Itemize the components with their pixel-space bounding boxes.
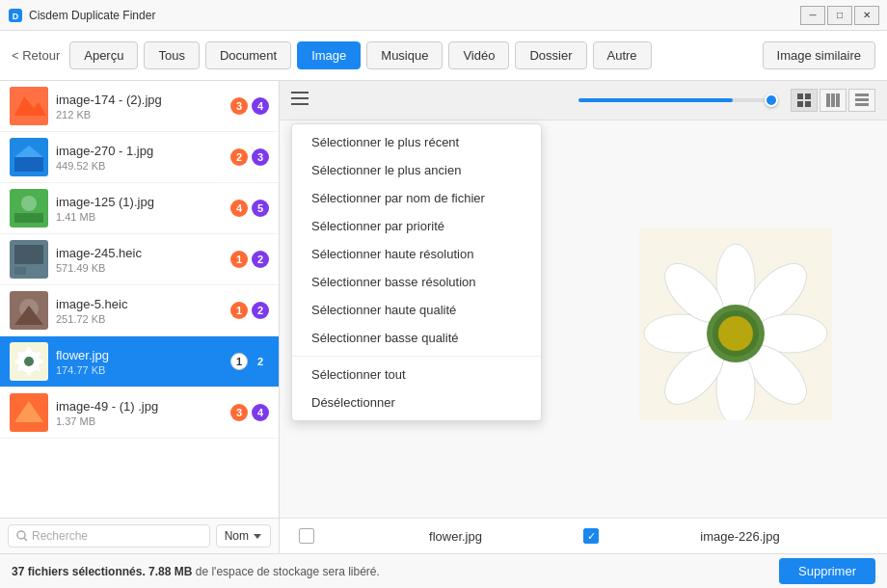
list-item[interactable]: image-245.heic 571.49 KB 1 2 [0, 234, 279, 285]
close-button[interactable]: ✕ [854, 6, 879, 25]
dropdown-menu: Sélectionner le plus récent Sélectionner… [291, 123, 542, 421]
file-info: image-270 - 1.jpg 449.52 KB [56, 144, 223, 172]
dropdown-item-ancien[interactable]: Sélectionner le plus ancien [292, 156, 541, 184]
right-checkbox[interactable] [583, 528, 599, 544]
file-info: image-174 - (2).jpg 212 KB [56, 93, 223, 120]
file-name: image-270 - 1.jpg [56, 144, 223, 158]
dropdown-item-deselect[interactable]: Désélectionner [292, 388, 541, 416]
zoom-slider[interactable] [578, 98, 771, 102]
file-size: 1.37 MB [56, 415, 223, 427]
list-view-button[interactable] [848, 89, 875, 112]
menu-divider [292, 356, 541, 357]
dropdown-item-haute-qualite[interactable]: Sélectionner haute qualité [292, 296, 541, 324]
file-name: image-49 - (1) .jpg [56, 399, 223, 414]
svg-rect-35 [797, 94, 803, 99]
apercu-button[interactable]: Aperçu [69, 41, 138, 69]
image-preview-right [583, 130, 887, 518]
svg-point-67 [718, 316, 753, 351]
svg-rect-11 [14, 245, 43, 264]
svg-point-18 [24, 357, 34, 366]
file-badges: 4 5 [230, 200, 269, 217]
dropdown-item-select-all[interactable]: Sélectionner tout [292, 361, 541, 388]
search-icon [16, 530, 28, 542]
badge-1: 1 [230, 251, 248, 268]
thumbnail [10, 291, 48, 330]
badge-1: 3 [230, 404, 248, 421]
badge-2: 2 [252, 302, 269, 319]
tab-dossier[interactable]: Dossier [515, 41, 586, 69]
dropdown-item-recent[interactable]: Sélectionner le plus récent [292, 128, 541, 156]
status-bar: 37 fichiers sélectionnés. 7.88 MB de l'e… [0, 553, 887, 588]
minimize-button[interactable]: ─ [800, 6, 825, 25]
thumbnail [10, 189, 48, 227]
list-item[interactable]: image-270 - 1.jpg 449.52 KB 2 3 [0, 132, 279, 183]
badge-2: 5 [252, 200, 269, 217]
badge-2: 4 [252, 97, 269, 115]
sort-label: Nom [225, 529, 249, 543]
svg-rect-12 [14, 267, 26, 275]
file-badges: 1 2 [230, 302, 269, 319]
dropdown-item-priorite[interactable]: Sélectionner par priorité [292, 212, 541, 240]
thumbnail [10, 342, 48, 381]
file-badges: 3 4 [230, 97, 269, 115]
svg-point-19 [26, 347, 32, 357]
search-bar: Recherche Nom [0, 518, 279, 553]
badge-2: 4 [252, 404, 269, 421]
file-badges: 2 3 [230, 148, 269, 166]
file-info: image-125 (1).jpg 1.41 MB [56, 195, 223, 223]
grid-view-button[interactable] [791, 89, 818, 112]
dropdown-item-basse-res[interactable]: Sélectionner basse résolution [292, 268, 541, 296]
app-icon: D [8, 8, 23, 23]
badge-1: 1 [230, 353, 248, 370]
svg-rect-36 [805, 94, 811, 99]
right-filename: image-226.jpg [612, 529, 868, 544]
file-size: 449.52 KB [56, 160, 223, 172]
badge-1: 1 [230, 302, 248, 319]
tab-musique[interactable]: Musique [366, 41, 443, 69]
column-view-button[interactable] [820, 89, 847, 112]
titlebar: D Cisdem Duplicate Finder ─ □ ✕ [0, 0, 887, 31]
tab-autre[interactable]: Autre [593, 41, 652, 69]
list-item[interactable]: image-174 - (2).jpg 212 KB 3 4 [0, 81, 279, 132]
dropdown-item-nom[interactable]: Sélectionner par nom de fichier [292, 184, 541, 212]
svg-rect-40 [831, 94, 835, 107]
file-row: flower.jpg image-226.jpg [280, 518, 887, 553]
file-info: flower.jpg 174.77 KB [56, 348, 223, 376]
delete-button[interactable]: Supprimer [779, 558, 875, 584]
file-size: 212 KB [56, 109, 223, 120]
similar-image-button[interactable]: Image similaire [763, 41, 875, 69]
file-size: 571.49 KB [56, 262, 223, 274]
search-input[interactable]: Recherche [8, 524, 210, 548]
tab-image[interactable]: Image [297, 41, 361, 69]
list-item-selected[interactable]: flower.jpg 174.77 KB 1 2 [0, 336, 279, 388]
back-button[interactable]: < Retour [12, 48, 60, 63]
file-info: image-5.heic 251.72 KB [56, 297, 223, 325]
tab-tous[interactable]: Tous [144, 41, 199, 69]
left-filename: flower.jpg [328, 529, 583, 544]
main-area: image-174 - (2).jpg 212 KB 3 4 image-270… [0, 81, 887, 553]
list-item[interactable]: image-49 - (1) .jpg 1.37 MB 3 4 [0, 388, 279, 439]
list-item[interactable]: image-125 (1).jpg 1.41 MB 4 5 [0, 183, 279, 234]
left-checkbox[interactable] [299, 528, 314, 544]
chevron-down-icon [253, 531, 262, 541]
file-size: 174.77 KB [56, 364, 223, 376]
svg-marker-31 [254, 534, 261, 539]
badge-1: 4 [230, 200, 248, 217]
app-title: Cisdem Duplicate Finder [29, 9, 155, 22]
svg-point-29 [17, 531, 25, 539]
thumbnail [10, 87, 48, 125]
svg-rect-5 [14, 157, 43, 172]
sort-select[interactable]: Nom [216, 524, 271, 548]
file-badges: 1 2 [230, 251, 269, 268]
badge-2: 3 [252, 148, 269, 166]
dropdown-item-haute-res[interactable]: Sélectionner haute résolution [292, 240, 541, 268]
file-badges: 3 4 [230, 404, 269, 421]
tab-video[interactable]: Vidéo [448, 41, 509, 69]
tab-document[interactable]: Document [205, 41, 291, 69]
file-info: image-245.heic 571.49 KB [56, 246, 223, 274]
maximize-button[interactable]: □ [827, 6, 852, 25]
menu-lines-icon[interactable] [291, 92, 309, 109]
list-item[interactable]: image-5.heic 251.72 KB 1 2 [0, 285, 279, 336]
svg-rect-44 [855, 103, 869, 106]
dropdown-item-basse-qualite[interactable]: Sélectionner basse qualité [292, 324, 541, 352]
